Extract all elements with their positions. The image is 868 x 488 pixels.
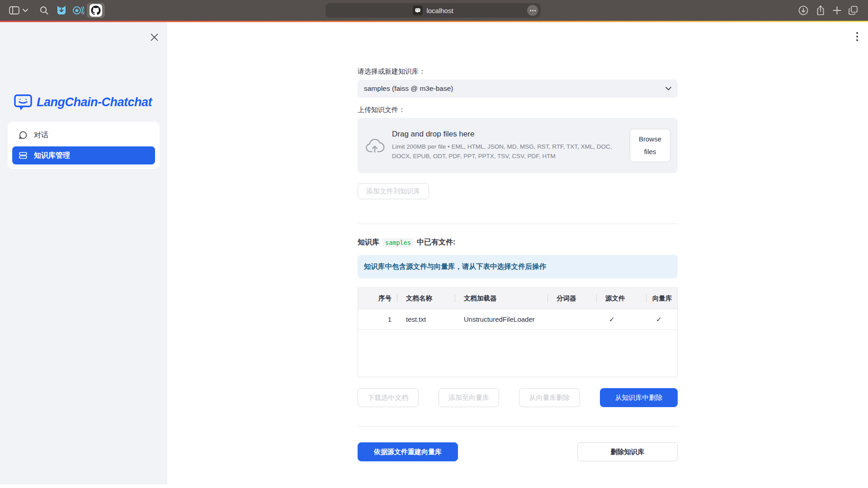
sidebar-nav-card: 对话 知识库管理 [8,122,160,169]
info-banner: 知识库中包含源文件与向量库，请从下表中选择文件后操作 [358,255,678,278]
sidebar-item-dialogue[interactable]: 对话 [12,126,155,144]
cell-vector-store-check: ✓ [646,309,677,329]
chat-icon [19,131,28,140]
browser-toolbar: localhost [0,0,868,21]
cell-doc-name: test.txt [397,309,455,329]
kb-select-label: 请选择或新建知识库： [358,67,678,76]
circles-star-extension-icon[interactable] [72,5,84,16]
new-tab-icon[interactable] [833,6,841,15]
col-header-vector-store: 向量库 [646,288,677,309]
url-text: localhost [426,7,453,14]
col-header-source-file: 源文件 [596,288,646,309]
share-icon[interactable] [816,5,825,16]
kb-select[interactable]: samples (faiss @ m3e-base) [358,80,678,98]
table-empty-space [358,330,677,377]
divider [358,426,678,427]
rebuild-vector-store-button[interactable]: 依据源文件重建向量库 [358,442,458,461]
kb-select-value: samples (faiss @ m3e-base) [364,84,453,93]
downloads-icon[interactable] [798,5,808,15]
add-to-vector-button[interactable]: 添加至向量库 [439,388,499,407]
files-heading-suffix: 中已有文件: [417,238,455,247]
knowledge-stack-icon [19,151,28,160]
divider [358,224,678,224]
main-area: 请选择或新建知识库： samples (faiss @ m3e-base) 上传… [167,22,868,488]
cell-loader: UnstructuredFileLoader [455,309,547,329]
sidebar-toggle-icon[interactable] [9,6,19,14]
col-header-doc-name: 文档名称 [397,288,455,309]
col-header-loader: 文档加载器 [455,288,547,309]
delete-kb-button[interactable]: 删除知识库 [577,442,678,461]
download-selected-button[interactable]: 下载选中文档 [358,388,419,407]
table-header-row: 序号 文档名称 文档加载器 分词器 源文件 向量库 [358,288,677,309]
site-favicon [413,5,423,15]
search-icon[interactable] [40,6,48,15]
dropzone-text: Drag and drop files here Limit 200MB per… [392,130,623,161]
logo-text: LangChain-Chatchat [37,95,152,109]
col-header-splitter: 分词器 [547,288,596,309]
cloud-upload-icon [365,137,385,154]
kb-actions: 依据源文件重建向量库 删除知识库 [358,442,678,461]
kb-name-code: samples [382,238,414,247]
sidebar: LangChain-Chatchat 对话 知识库管理 [0,22,167,484]
sidebar-item-kb-management[interactable]: 知识库管理 [12,146,155,164]
app-logo: LangChain-Chatchat [14,94,152,111]
browse-files-button[interactable]: Browse files [630,129,670,162]
table-row[interactable]: 1 test.txt UnstructuredFileLoader ✓ ✓ [358,309,677,330]
add-files-to-kb-button[interactable]: 添加文件到知识库 [358,183,429,199]
sidebar-close-icon[interactable] [148,31,160,43]
table-actions: 下载选中文档 添加至向量库 从向量库删除 从知识库中删除 [358,388,678,407]
app-page: LangChain-Chatchat 对话 知识库管理 [0,22,868,488]
select-chevron-down-icon [665,87,671,90]
chat-bubble-logo-icon [14,94,33,111]
cat-download-extension-icon[interactable] [56,5,67,16]
delete-from-vector-button[interactable]: 从向量库删除 [519,388,580,407]
cell-splitter [547,309,596,329]
cell-index: 1 [358,309,397,329]
files-heading: 知识库 samples 中已有文件: [358,238,678,247]
upload-label: 上传知识文件： [358,106,678,114]
address-bar[interactable]: localhost [326,3,541,18]
delete-from-kb-button[interactable]: 从知识库中删除 [600,388,678,407]
sidebar-item-label: 知识库管理 [34,151,70,160]
tab-overview-icon[interactable] [848,5,858,15]
info-banner-text: 知识库中包含源文件与向量库，请从下表中选择文件后操作 [364,262,546,272]
github-extension-icon[interactable] [87,3,105,18]
files-table: 序号 文档名称 文档加载器 分词器 源文件 向量库 1 test.txt Uns… [358,287,678,377]
file-dropzone[interactable]: Drag and drop files here Limit 200MB per… [358,118,678,173]
chevron-down-icon[interactable] [23,9,28,12]
github-icon-active-background [87,3,105,18]
col-header-index: 序号 [358,288,397,309]
dropzone-title: Drag and drop files here [392,130,623,139]
sidebar-item-label: 对话 [34,131,48,140]
page-options-icon[interactable] [527,5,538,16]
files-heading-prefix: 知识库 [358,238,379,247]
cell-source-file-check: ✓ [596,309,646,329]
dropzone-hint: Limit 200MB per file • EML, HTML, JSON, … [392,142,623,161]
